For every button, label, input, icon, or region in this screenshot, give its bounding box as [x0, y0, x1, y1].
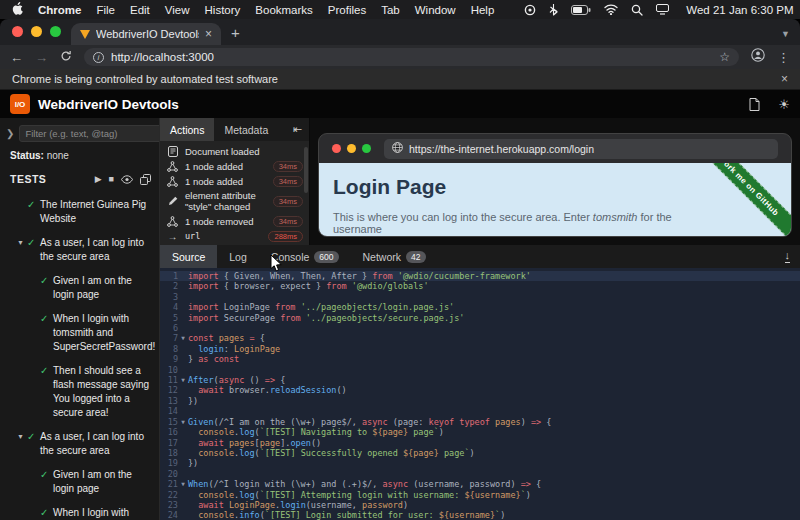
stop-tests-icon[interactable]: ■ [109, 174, 114, 184]
download-icon[interactable]: ↓ [785, 250, 791, 263]
close-window-button[interactable] [12, 26, 23, 37]
new-tab-button[interactable]: + [231, 24, 240, 41]
code-line[interactable]: 16 console.log(`[TEST] Navigating to ${p… [160, 427, 800, 437]
minimize-window-button[interactable] [31, 26, 42, 37]
tab-metadata[interactable]: Metadata [214, 118, 278, 141]
battery-icon[interactable] [571, 5, 591, 15]
code-line[interactable]: 5import SecurePage from '../pageobjects/… [160, 313, 800, 323]
code-line[interactable]: 20 [160, 469, 800, 479]
code-line[interactable]: 24 console.info(`[TEST] Login submitted … [160, 510, 800, 520]
code-line[interactable]: 11▼After(async () => { [160, 375, 800, 385]
test-item[interactable]: ✓Given I am on the login page [0, 463, 159, 501]
action-label: url [185, 231, 262, 241]
run-tests-play-icon[interactable]: ▶ [95, 174, 102, 184]
code-line[interactable]: 3 [160, 292, 800, 302]
menu-help[interactable]: Help [471, 4, 495, 16]
menu-profiles[interactable]: Profiles [328, 4, 366, 16]
spotlight-search-icon[interactable] [631, 4, 643, 16]
infobar-close-icon[interactable]: × [781, 72, 788, 86]
screen-record-icon[interactable] [524, 4, 536, 16]
sidebar-collapse-chevron-icon[interactable]: ❯ [6, 128, 14, 139]
code-line[interactable]: 12 await browser.reloadSession() [160, 385, 800, 395]
tab-network[interactable]: Network42 [351, 245, 438, 268]
action-row[interactable]: 1 node added34ms [160, 159, 309, 174]
code-token: { [255, 333, 265, 343]
menu-file[interactable]: File [96, 4, 115, 16]
action-row[interactable]: →url288ms [160, 229, 309, 244]
test-item[interactable]: ▼✓As a user, I can log into the secure a… [0, 231, 159, 269]
menu-tab[interactable]: Tab [381, 4, 400, 16]
code-line[interactable]: 15▼Given(/^I am on the (\w+) page$/, asy… [160, 417, 800, 427]
bookmark-star-icon[interactable]: ☆ [719, 50, 730, 64]
filter-input[interactable] [19, 125, 160, 142]
test-item[interactable]: ✓Given I am on the login page [0, 269, 159, 307]
menu-window[interactable]: Window [415, 4, 456, 16]
menubar-clock[interactable]: Wed 21 Jan 6:30 PM [686, 4, 793, 16]
test-item[interactable]: ✓The Internet Guinea Pig Website [0, 193, 159, 231]
action-row[interactable]: 1 node added34ms [160, 174, 309, 189]
watch-eye-icon[interactable] [121, 175, 133, 184]
profile-avatar-icon[interactable] [751, 48, 765, 66]
action-row[interactable]: element attribute "style" changed34ms [160, 189, 309, 214]
site-info-icon[interactable]: i [93, 52, 104, 63]
code-line[interactable]: 10 [160, 365, 800, 375]
zoom-window-button[interactable] [50, 26, 61, 37]
code-line[interactable]: 21▼When(/^I login with (\w+) and (.+)$/,… [160, 479, 800, 489]
bluetooth-icon[interactable] [549, 3, 558, 16]
tab-log[interactable]: Log [217, 245, 259, 268]
fold-chevron-icon[interactable]: ▼ [178, 333, 188, 343]
actions-scrollbar[interactable] [304, 147, 308, 193]
menu-history[interactable]: History [205, 4, 241, 16]
code-line[interactable]: 6 [160, 323, 800, 333]
action-row[interactable]: Document loaded [160, 144, 309, 159]
tab-close-icon[interactable]: × [205, 27, 212, 41]
expand-chevron-icon[interactable] [14, 198, 27, 200]
actions-tab-bar: Actions Metadata ⇤ [160, 118, 309, 141]
test-item[interactable]: ✓When I login with tomsmith and SuperSec… [0, 307, 159, 359]
code-line[interactable]: 17 await pages[page].open() [160, 438, 800, 448]
collapse-panel-icon[interactable]: ⇤ [293, 123, 309, 136]
test-item[interactable]: ▼✓As a user, I can log into the secure a… [0, 425, 159, 463]
expand-chevron-icon[interactable]: ▼ [14, 236, 27, 248]
test-item[interactable]: ✓Then I should see a flash message sayin… [0, 359, 159, 425]
forward-button[interactable]: → [35, 51, 48, 64]
code-line[interactable]: 19}) [160, 458, 800, 468]
code-line[interactable]: 7▼const pages = { [160, 333, 800, 343]
tab-source[interactable]: Source [160, 245, 217, 268]
browser-tab[interactable]: WebdriverIO Devtools × [71, 23, 221, 45]
code-line[interactable]: 23 await LoginPage.login(username, passw… [160, 500, 800, 510]
code-line[interactable]: 9} as const [160, 354, 800, 364]
back-button[interactable]: ← [10, 51, 23, 64]
control-center-icon[interactable] [656, 4, 669, 15]
tab-actions[interactable]: Actions [160, 118, 214, 141]
menu-edit[interactable]: Edit [130, 4, 150, 16]
wifi-icon[interactable] [604, 4, 618, 15]
menu-chrome[interactable]: Chrome [38, 4, 81, 16]
apple-logo-icon[interactable] [12, 2, 23, 17]
chrome-menu-icon[interactable]: ⋮ [777, 50, 790, 65]
source-code-editor[interactable]: 1import { Given, When, Then, After } fro… [160, 268, 800, 520]
expand-chevron-icon[interactable]: ▼ [14, 430, 27, 442]
report-file-icon[interactable] [749, 98, 760, 111]
code-line[interactable]: 22 console.log(`[TEST] Attempting login … [160, 490, 800, 500]
code-line[interactable]: 4import LoginPage from '../pageobjects/l… [160, 302, 800, 312]
follow-copy-icon[interactable] [140, 174, 151, 185]
theme-toggle-sun-icon[interactable]: ☀ [778, 97, 790, 112]
tab-search-chevron-icon[interactable]: ▼ [781, 29, 790, 39]
fold-chevron-icon[interactable]: ▼ [178, 479, 188, 489]
code-line[interactable]: 2import { browser, expect } from '@wdio/… [160, 281, 800, 291]
reload-button[interactable] [60, 48, 72, 66]
code-line[interactable]: 8 login: LoginPage [160, 344, 800, 354]
code-line[interactable]: 14 [160, 406, 800, 416]
menu-bookmarks[interactable]: Bookmarks [255, 4, 313, 16]
menu-view[interactable]: View [165, 4, 190, 16]
action-row[interactable]: →f471ms [160, 244, 309, 245]
address-bar[interactable]: i http://localhost:3000 ☆ [84, 48, 739, 66]
code-line[interactable]: 18 console.log(`[TEST] Successfully open… [160, 448, 800, 458]
fold-chevron-icon[interactable]: ▼ [178, 375, 188, 385]
code-line[interactable]: 1import { Given, When, Then, After } fro… [160, 271, 800, 281]
test-item[interactable]: ✓When I login with foobar and barfoo [0, 501, 159, 520]
action-row[interactable]: 1 node removed34ms [160, 214, 309, 229]
code-line[interactable]: 13}) [160, 396, 800, 406]
fold-chevron-icon[interactable]: ▼ [178, 417, 188, 427]
